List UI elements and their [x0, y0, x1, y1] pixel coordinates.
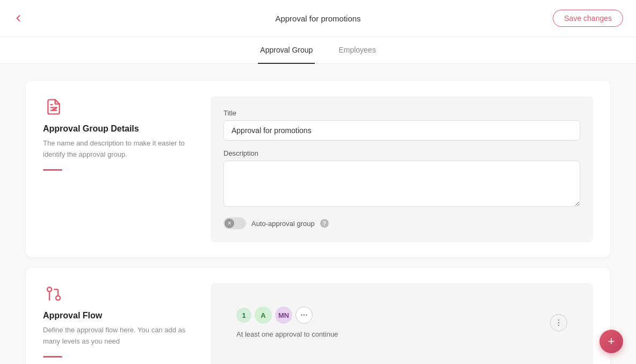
back-button[interactable]	[13, 13, 24, 24]
flow-step-text: At least one approval to continue	[236, 330, 541, 338]
flow-menu-button[interactable]	[550, 314, 567, 331]
help-icon[interactable]: ?	[320, 219, 329, 228]
auto-approval-row: Auto-approval group ?	[223, 217, 580, 229]
save-changes-button[interactable]: Save changes	[553, 10, 623, 27]
avatar-a: A	[255, 307, 272, 324]
avatar-mn: MN	[275, 307, 292, 324]
details-form: Title Description Auto-approval group ?	[211, 96, 593, 242]
section-left-details: Approval Group Details The name and desc…	[43, 96, 193, 242]
svg-point-7	[558, 324, 559, 325]
flow-icon	[43, 283, 64, 304]
step-number-badge: 1	[236, 308, 251, 323]
avatar-more[interactable]: ···	[295, 307, 313, 324]
title-label: Title	[223, 109, 580, 117]
description-form-group: Description	[223, 149, 580, 209]
tab-approval-group[interactable]: Approval Group	[258, 37, 315, 64]
svg-point-5	[558, 319, 559, 321]
approval-group-details-section: Approval Group Details The name and desc…	[26, 81, 610, 257]
tab-employees[interactable]: Employees	[336, 37, 378, 64]
details-section-title: Approval Group Details	[43, 124, 193, 134]
svg-point-6	[558, 322, 559, 323]
description-label: Description	[223, 149, 580, 157]
auto-approval-toggle[interactable]	[223, 217, 246, 229]
document-edit-icon	[43, 96, 64, 118]
flow-section-title: Approval Flow	[43, 311, 193, 321]
section-left-flow: Approval Flow Define the approval flow h…	[43, 283, 193, 364]
approval-flow-section: Approval Flow Define the approval flow h…	[26, 268, 610, 364]
title-form-group: Title	[223, 109, 580, 141]
details-section-divider	[43, 169, 62, 171]
flow-step-card: 1 A MN ··· At least one approval to cont…	[223, 296, 580, 349]
fab-button[interactable]: +	[599, 330, 623, 353]
main-content: Approval Group Details The name and desc…	[0, 64, 636, 364]
flow-content: 1 A MN ··· At least one approval to cont…	[211, 283, 593, 364]
flow-avatars: 1 A MN ···	[236, 307, 541, 324]
flow-section-divider	[43, 356, 62, 358]
details-section-desc: The name and description to make it easi…	[43, 138, 193, 161]
tab-bar: Approval Group Employees	[0, 37, 636, 64]
svg-point-2	[56, 296, 60, 300]
page-title: Approval for promotions	[275, 14, 360, 23]
flow-step-info: 1 A MN ··· At least one approval to cont…	[236, 307, 541, 338]
svg-point-3	[47, 287, 52, 292]
toggle-knob	[225, 219, 234, 228]
toggle-label: Auto-approval group	[251, 220, 315, 228]
header: Approval for promotions Save changes	[0, 0, 636, 37]
description-textarea[interactable]	[223, 161, 580, 207]
title-input[interactable]	[223, 120, 580, 141]
flow-section-desc: Define the approval flow here. You can a…	[43, 325, 193, 347]
